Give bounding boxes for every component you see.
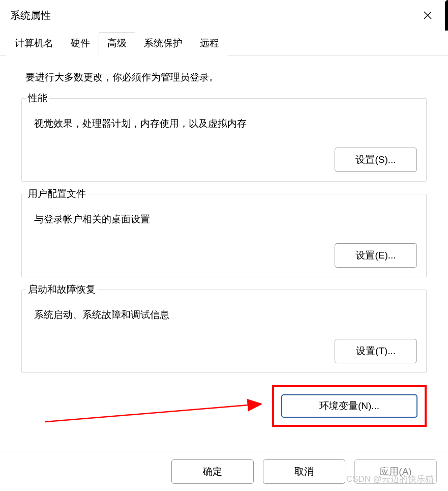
tab-computer-name[interactable]: 计算机名	[6, 32, 62, 55]
cancel-button[interactable]: 取消	[263, 459, 345, 484]
environment-variables-button[interactable]: 环境变量(N)...	[281, 394, 417, 418]
close-icon	[424, 11, 432, 19]
user-profile-group-desc: 与登录帐户相关的桌面设置	[34, 213, 417, 226]
user-profile-group: 用户配置文件 与登录帐户相关的桌面设置 设置(E)...	[21, 194, 427, 277]
tabs: 计算机名 硬件 高级 系统保护 远程	[6, 32, 442, 55]
dialog-bottom-buttons: 确定 取消 应用(A)	[0, 452, 448, 491]
performance-group-desc: 视觉效果，处理器计划，内存使用，以及虚拟内存	[34, 117, 417, 130]
startup-group-title: 启动和故障恢复	[26, 283, 98, 296]
performance-button-row: 设置(S)...	[31, 148, 417, 172]
user-profile-group-title: 用户配置文件	[26, 187, 88, 200]
startup-button-row: 设置(T)...	[31, 339, 417, 363]
apply-button[interactable]: 应用(A)	[354, 459, 437, 484]
ok-button[interactable]: 确定	[171, 459, 254, 484]
tab-system-protection[interactable]: 系统保护	[135, 32, 191, 55]
performance-settings-button[interactable]: 设置(S)...	[335, 148, 417, 172]
admin-notice-text: 要进行大多数更改，你必须作为管理员登录。	[21, 71, 427, 84]
system-properties-dialog: 系统属性 计算机名 硬件 高级 系统保护 远程 要进行大多数更改，你必须作为管理…	[0, 0, 448, 491]
close-button[interactable]	[417, 7, 438, 23]
startup-group: 启动和故障恢复 系统启动、系统故障和调试信息 设置(T)...	[21, 290, 427, 373]
window-edge-decoration	[445, 0, 448, 31]
performance-group: 性能 视觉效果，处理器计划，内存使用，以及虚拟内存 设置(S)...	[21, 98, 427, 182]
startup-group-desc: 系统启动、系统故障和调试信息	[34, 308, 417, 322]
user-profile-settings-button[interactable]: 设置(E)...	[335, 243, 417, 268]
tab-hardware[interactable]: 硬件	[62, 32, 99, 55]
dialog-title: 系统属性	[10, 9, 51, 22]
env-button-highlight-box: 环境变量(N)...	[272, 385, 427, 427]
tab-advanced[interactable]: 高级	[99, 32, 135, 55]
tab-remote[interactable]: 远程	[191, 32, 228, 55]
tab-content-advanced: 要进行大多数更改，你必须作为管理员登录。 性能 视觉效果，处理器计划，内存使用，…	[0, 55, 448, 437]
tab-container: 计算机名 硬件 高级 系统保护 远程	[0, 32, 448, 55]
titlebar: 系统属性	[0, 0, 448, 28]
startup-settings-button[interactable]: 设置(T)...	[335, 339, 417, 363]
performance-group-title: 性能	[26, 92, 49, 105]
user-profile-button-row: 设置(E)...	[31, 243, 417, 268]
